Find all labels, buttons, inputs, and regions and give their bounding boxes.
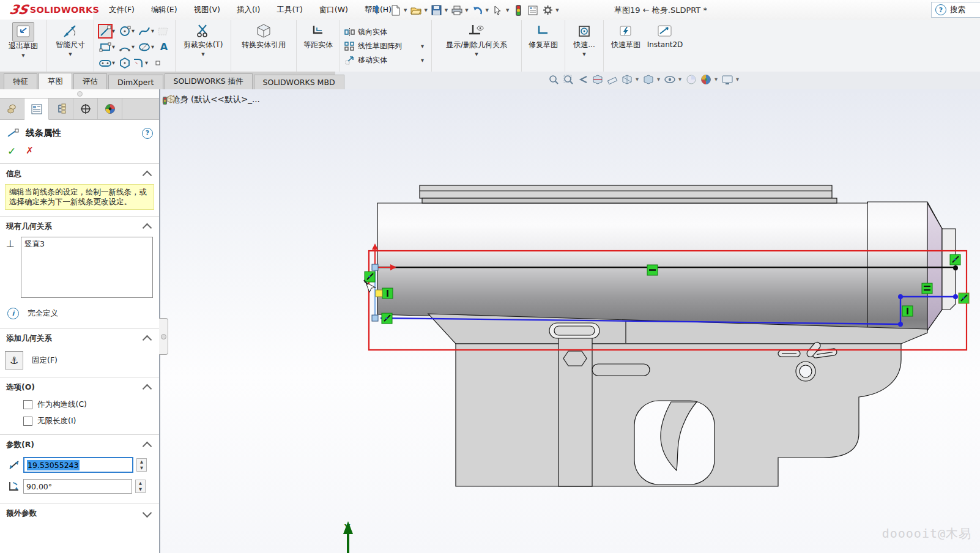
measure-icon[interactable] bbox=[606, 73, 618, 86]
display-style-icon[interactable] bbox=[642, 73, 655, 86]
linear-pattern-caret[interactable]: ▼ bbox=[421, 44, 427, 49]
additional-parameters-header[interactable]: 额外参数 bbox=[0, 503, 159, 522]
infinite-length-option[interactable]: 无限长度(I) bbox=[0, 413, 159, 429]
fillet-tool-caret[interactable]: ▼ bbox=[145, 61, 151, 65]
menu-tools[interactable]: 工具(T) bbox=[277, 5, 302, 15]
existing-relations-collapse-icon[interactable] bbox=[143, 223, 152, 232]
spline-tool-caret[interactable]: ▼ bbox=[151, 29, 157, 34]
hide-show-items-icon[interactable] bbox=[664, 73, 676, 86]
endpoint-handle-top[interactable] bbox=[372, 264, 378, 270]
print-icon[interactable] bbox=[450, 4, 464, 17]
relation-coincident-marker-2[interactable] bbox=[382, 313, 392, 324]
panel-splitter-handle[interactable] bbox=[159, 318, 168, 355]
endpoint-handle-bottom[interactable] bbox=[372, 315, 378, 321]
display-delete-relations-button[interactable]: 显示/删除几何关系 ▼ bbox=[436, 22, 517, 59]
search-box[interactable]: ? 搜索 bbox=[931, 2, 980, 18]
info-collapse-icon[interactable] bbox=[143, 170, 152, 180]
relation-horizontal-marker[interactable] bbox=[647, 265, 658, 275]
construction-line-option[interactable]: 作为构造线(C) bbox=[0, 396, 159, 413]
construction-line-checkbox[interactable] bbox=[23, 400, 32, 409]
arc-tool-icon[interactable] bbox=[118, 40, 132, 54]
repair-sketch-button[interactable]: 修复草图 bbox=[526, 22, 560, 49]
polygon-tool-icon[interactable] bbox=[118, 56, 132, 70]
view-orientation-icon[interactable] bbox=[621, 73, 633, 86]
slot-tool-icon[interactable] bbox=[98, 56, 112, 70]
add-relations-header[interactable]: 添加几何关系 bbox=[0, 328, 159, 347]
point-tool-icon[interactable] bbox=[151, 56, 165, 70]
circle-tool-caret[interactable]: ▼ bbox=[132, 29, 138, 34]
active-endpoint-handle[interactable] bbox=[376, 290, 382, 297]
relation-coincident-marker-4[interactable] bbox=[959, 293, 969, 303]
rectangle-tool-icon[interactable] bbox=[98, 40, 112, 54]
tab-addins[interactable]: SOLIDWORKS 插件 bbox=[165, 73, 253, 89]
length-spin-up[interactable]: ▲ bbox=[137, 459, 146, 465]
feature-tree-flyout[interactable]: ▶ 枪身 (默认<<默认>_... bbox=[163, 94, 260, 105]
undo-icon[interactable] bbox=[471, 4, 484, 17]
cancel-button[interactable]: ✗ bbox=[26, 145, 34, 157]
apply-scene-icon[interactable] bbox=[700, 73, 712, 86]
info-section-header[interactable]: 信息 bbox=[0, 164, 159, 183]
parameters-section-header[interactable]: 参数(R) bbox=[0, 435, 159, 454]
tab-dimxpert[interactable]: DimXpert bbox=[108, 75, 163, 89]
fillet-tool-icon[interactable] bbox=[132, 56, 145, 70]
relation-coincident-marker-1[interactable] bbox=[365, 272, 375, 282]
select-cursor-icon[interactable] bbox=[491, 4, 505, 17]
angle-input[interactable]: 90.00° bbox=[23, 479, 132, 494]
length-spin-down[interactable]: ▼ bbox=[137, 465, 146, 471]
circle-tool-icon[interactable] bbox=[118, 24, 132, 38]
trim-entities-button[interactable]: 剪裁实体(T) ▼ bbox=[180, 22, 226, 59]
zoom-area-icon[interactable] bbox=[562, 73, 574, 86]
offset-entities-button[interactable]: 等距实体 bbox=[301, 22, 335, 49]
feature-tree-tab[interactable] bbox=[0, 98, 24, 119]
display-manager-tab[interactable] bbox=[98, 98, 122, 119]
tab-sketch[interactable]: 草图 bbox=[39, 73, 72, 89]
arc-tool-caret[interactable]: ▼ bbox=[132, 45, 138, 50]
save-icon[interactable] bbox=[430, 4, 444, 17]
tab-features[interactable]: 特征 bbox=[4, 73, 37, 89]
angle-spin-up[interactable]: ▲ bbox=[136, 480, 145, 486]
fix-relation-button[interactable]: ⚓ bbox=[5, 351, 23, 369]
ellipse-tool-icon[interactable] bbox=[138, 40, 151, 54]
add-relations-collapse-icon[interactable] bbox=[143, 335, 152, 344]
configuration-tab[interactable] bbox=[49, 98, 73, 119]
length-spinner[interactable]: ▲▼ bbox=[136, 458, 147, 472]
tab-mbd[interactable]: SOLIDWORKS MBD bbox=[254, 75, 344, 89]
text-tool-icon[interactable]: A bbox=[157, 40, 171, 54]
exit-sketch-button[interactable]: 退出草图 ▼ bbox=[4, 22, 42, 60]
relation-coincident-marker-3[interactable] bbox=[950, 254, 960, 265]
pin-menu-icon[interactable] bbox=[372, 4, 382, 15]
relation-vertical-marker-2[interactable] bbox=[902, 306, 913, 316]
relation-item[interactable]: 竖直3 bbox=[24, 239, 149, 250]
angle-spin-down[interactable]: ▼ bbox=[136, 486, 145, 492]
property-manager-tab[interactable] bbox=[24, 98, 49, 120]
additional-parameters-expand-icon[interactable] bbox=[143, 508, 152, 518]
section-view-icon[interactable] bbox=[592, 73, 604, 86]
new-document-icon[interactable] bbox=[389, 4, 403, 17]
menu-edit[interactable]: 编辑(E) bbox=[151, 5, 177, 15]
menu-insert[interactable]: 插入(I) bbox=[237, 5, 260, 15]
infinite-length-checkbox[interactable] bbox=[23, 417, 32, 426]
options-section-header[interactable]: 选项(O) bbox=[0, 377, 159, 396]
ok-button[interactable]: ✓ bbox=[7, 145, 16, 157]
help-icon[interactable]: ? bbox=[935, 4, 946, 15]
relations-listbox[interactable]: 竖直3 bbox=[21, 237, 153, 298]
dimxpert-manager-tab[interactable] bbox=[73, 98, 98, 119]
edit-appearance-icon[interactable] bbox=[685, 73, 697, 86]
sketch-endpoint-right[interactable] bbox=[953, 265, 958, 270]
ellipse-tool-caret[interactable]: ▼ bbox=[151, 45, 157, 50]
previous-view-icon[interactable] bbox=[577, 73, 589, 86]
existing-relations-header[interactable]: 现有几何关系 bbox=[0, 217, 159, 236]
polyline-vertex-1[interactable] bbox=[898, 322, 903, 327]
relation-vertical-marker-1[interactable] bbox=[382, 288, 393, 299]
quick-snaps-button[interactable]: 快速... ▼ bbox=[570, 22, 599, 59]
move-entities-caret[interactable]: ▼ bbox=[421, 58, 427, 63]
polyline-vertex-2[interactable] bbox=[898, 294, 903, 299]
move-entities-button[interactable]: 移动实体 ▼ bbox=[344, 54, 427, 67]
relation-equal-marker[interactable] bbox=[922, 283, 932, 294]
length-input[interactable]: 19.53055243 bbox=[23, 457, 133, 473]
menu-window[interactable]: 窗口(W) bbox=[319, 5, 348, 15]
view-settings-icon[interactable] bbox=[721, 73, 733, 86]
panel-grip[interactable] bbox=[0, 89, 159, 98]
tab-evaluate[interactable]: 评估 bbox=[73, 73, 107, 89]
mirror-entities-button[interactable]: 镜向实体 bbox=[344, 26, 427, 39]
